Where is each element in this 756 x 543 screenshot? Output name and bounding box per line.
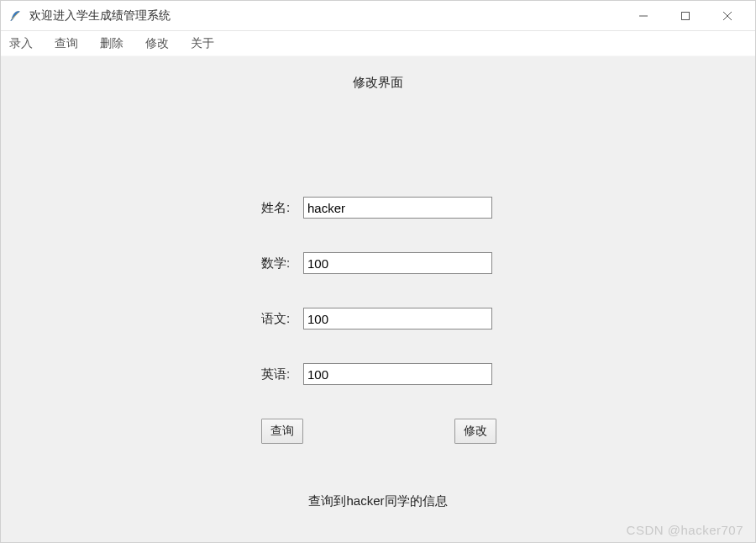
app-window: 欢迎进入学生成绩管理系统 录入 查询 删除 修改 关于 修改界面 姓名:: [0, 0, 756, 543]
window-controls: [622, 1, 748, 31]
query-button[interactable]: 查询: [261, 419, 303, 444]
status-message: 查询到hacker同学的信息: [1, 493, 755, 509]
menu-delete[interactable]: 删除: [97, 34, 127, 53]
form-row-name: 姓名:: [261, 197, 513, 219]
menu-modify[interactable]: 修改: [142, 34, 172, 53]
page-title: 修改界面: [1, 75, 755, 91]
minimize-button[interactable]: [622, 1, 664, 31]
modify-button[interactable]: 修改: [454, 419, 496, 444]
window-title: 欢迎进入学生成绩管理系统: [29, 8, 622, 24]
form-row-english: 英语:: [261, 363, 513, 385]
input-english[interactable]: [303, 363, 492, 385]
menu-input[interactable]: 录入: [6, 34, 36, 53]
client-area: 修改界面 姓名: 数学: 语文: 英语: 查询 修改 查询到: [1, 56, 755, 542]
button-row: 查询 修改: [261, 419, 496, 444]
menu-query[interactable]: 查询: [51, 34, 81, 53]
input-math[interactable]: [303, 252, 492, 274]
svg-rect-1: [682, 12, 690, 19]
form: 姓名: 数学: 语文: 英语: 查询 修改: [261, 197, 513, 444]
label-math: 数学:: [261, 256, 303, 272]
watermark: CSDN @hacker707: [627, 523, 743, 537]
input-chinese[interactable]: [303, 308, 492, 329]
close-button[interactable]: [706, 1, 748, 31]
titlebar: 欢迎进入学生成绩管理系统: [1, 1, 755, 31]
feather-icon: [8, 8, 23, 24]
label-chinese: 语文:: [261, 311, 303, 327]
input-name[interactable]: [303, 197, 492, 219]
maximize-button[interactable]: [664, 1, 706, 31]
menubar: 录入 查询 删除 修改 关于: [1, 31, 755, 56]
label-name: 姓名:: [261, 200, 303, 216]
form-row-math: 数学:: [261, 252, 513, 274]
form-row-chinese: 语文:: [261, 308, 513, 329]
label-english: 英语:: [261, 366, 303, 382]
menu-about[interactable]: 关于: [187, 34, 218, 53]
